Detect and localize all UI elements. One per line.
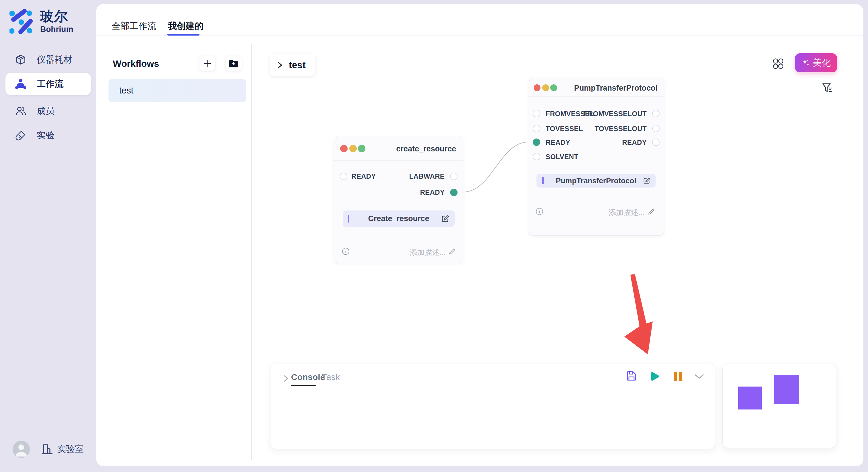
node-pump-transfer-protocol[interactable]: PumpTransferProtocol FROMVESSEL FROMVESS… (529, 78, 664, 236)
lab-label: 实验室 (57, 443, 84, 455)
node-create-resource[interactable]: create_resource READY LABWARE READY Crea… (334, 137, 463, 263)
traffic-light-yellow (542, 84, 549, 91)
chevron-right-icon[interactable] (282, 374, 289, 383)
sparkle-icon (801, 59, 810, 67)
filter-icon[interactable] (822, 82, 832, 94)
port-label: FROMVESSELOUT (584, 110, 647, 118)
node-action-button[interactable]: Create_resource (343, 210, 455, 227)
input-port-ready[interactable] (340, 173, 347, 180)
add-workflow-button[interactable] (199, 56, 215, 71)
breadcrumb[interactable]: test (270, 54, 315, 76)
traffic-light-red (340, 145, 348, 152)
port-label: LABWARE (409, 172, 445, 180)
info-icon[interactable] (536, 208, 544, 215)
avatar[interactable] (12, 441, 30, 458)
chevron-down-icon[interactable] (694, 373, 705, 380)
input-port-ready[interactable] (533, 138, 540, 146)
port-label: READY (351, 172, 376, 180)
action-accent-bar (542, 177, 544, 184)
pause-icon[interactable] (674, 372, 677, 381)
port-label: READY (420, 189, 445, 196)
brand-name-cn: 玻尔 (40, 7, 68, 26)
minimap-node-create-resource (738, 386, 762, 409)
users-icon (15, 105, 26, 117)
console-panel: Console Task (271, 364, 715, 449)
output-port-tovesselout[interactable] (652, 125, 660, 132)
edit-icon[interactable] (643, 177, 651, 185)
input-port-fromvessel[interactable] (533, 110, 540, 117)
lab-switcher[interactable]: 实验室 (41, 443, 84, 456)
node-action-label: PumpTransferProtocol (556, 176, 636, 185)
output-port-labware[interactable] (450, 173, 458, 180)
tab-all-workflows[interactable]: 全部工作流 (112, 20, 156, 32)
box-icon (15, 54, 26, 65)
task-tab[interactable]: Task (322, 372, 340, 382)
tabbar-divider (96, 35, 863, 36)
node-description-placeholder[interactable]: 添加描述... (410, 247, 446, 258)
import-workflow-button[interactable] (226, 56, 242, 71)
sidebar-item-label: 实验 (37, 129, 55, 141)
traffic-light-green (358, 145, 365, 152)
action-accent-bar (348, 215, 349, 223)
info-icon[interactable] (342, 247, 350, 255)
traffic-light-green (550, 84, 557, 91)
bohrium-logo-icon (9, 9, 34, 34)
app-root: 玻尔 Bohrium 仪器耗材 (0, 0, 868, 472)
tab-created-by-me[interactable]: 我创建的 (168, 20, 204, 32)
pause-icon[interactable] (679, 372, 682, 381)
port-label: READY (546, 138, 570, 146)
save-icon[interactable] (626, 370, 637, 381)
edge-connection (463, 142, 529, 192)
sidebar: 玻尔 Bohrium 仪器耗材 (0, 0, 96, 472)
traffic-light-yellow (349, 145, 357, 152)
output-port-fromvesselout[interactable] (652, 110, 660, 117)
node-header-divider (529, 96, 664, 97)
pencil-icon[interactable] (448, 247, 456, 255)
sidebar-item-members[interactable]: 成员 (5, 102, 91, 120)
minimap-node-pump-transfer (774, 375, 799, 404)
play-icon[interactable] (650, 371, 660, 382)
sidebar-item-label: 工作流 (37, 78, 63, 90)
pane-divider (251, 44, 252, 460)
active-tab-underline (167, 34, 199, 36)
chevron-right-icon (276, 61, 284, 69)
output-port-ready[interactable] (652, 138, 660, 146)
port-label: TOVESSEL (546, 125, 583, 133)
node-action-button[interactable]: PumpTransferProtocol (536, 174, 656, 188)
beautify-button[interactable]: 美化 (795, 53, 837, 72)
console-tab[interactable]: Console (291, 372, 325, 382)
folder-download-icon (229, 59, 239, 68)
minimap[interactable] (722, 364, 836, 448)
breadcrumb-label: test (289, 60, 306, 71)
edit-icon[interactable] (441, 214, 450, 223)
output-port-ready[interactable] (450, 189, 458, 196)
port-label: READY (622, 138, 647, 146)
plus-icon (203, 59, 211, 67)
brand-name-en: Bohrium (40, 25, 73, 34)
node-description-placeholder[interactable]: 添加描述... (609, 208, 645, 217)
building-icon (41, 443, 53, 456)
node-action-label: Create_resource (368, 214, 429, 223)
workflow-list-item[interactable]: test (108, 79, 246, 102)
beautify-label: 美化 (813, 57, 831, 69)
sidebar-item-workflow[interactable]: 工作流 (5, 73, 91, 95)
node-title: create_resource (396, 144, 456, 154)
console-tab-underline (291, 385, 316, 386)
traffic-light-red (534, 84, 540, 91)
input-port-solvent[interactable] (533, 153, 540, 160)
red-annotation-arrow (624, 274, 653, 355)
flask-icon (15, 130, 26, 141)
main-panel: 全部工作流 我创建的 Workflows test (96, 4, 863, 466)
port-label: SOLVENT (546, 153, 578, 161)
sidebar-item-instruments[interactable]: 仪器耗材 (5, 50, 91, 69)
people-icon (15, 78, 26, 90)
grid-circles-icon[interactable] (772, 58, 784, 69)
workflow-item-name: test (119, 86, 133, 96)
node-title: PumpTransferProtocol (574, 84, 658, 93)
sidebar-item-experiments[interactable]: 实验 (5, 126, 91, 144)
node-header-divider (334, 160, 463, 161)
workflows-panel-title: Workflows (113, 59, 159, 69)
sidebar-item-label: 仪器耗材 (37, 54, 72, 66)
input-port-tovessel[interactable] (533, 125, 540, 132)
pencil-icon[interactable] (648, 208, 655, 215)
